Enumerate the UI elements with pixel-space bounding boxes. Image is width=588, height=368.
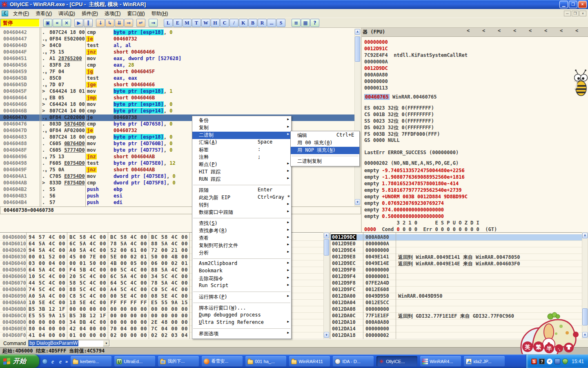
disasm-row[interactable]: 00460459.∨7F 04jgshort 0046045F [0, 69, 354, 75]
stack-row[interactable]: 0012D9E00000000A [330, 241, 582, 247]
menu-item-去除花指令[interactable]: 去除花指令▶ [192, 275, 291, 283]
disasm-row[interactable]: 00460451.A1 28765200moveax, dword ptr [5… [0, 56, 354, 62]
taskbar-task-folder-doc[interactable]: 我的下... [158, 356, 199, 366]
command-dropdown-button[interactable]: ▼ [103, 340, 109, 346]
collapse-chevron-icon[interactable]: < [575, 28, 578, 34]
appearance-options-button[interactable]: ▦ [301, 19, 310, 27]
child-close-button[interactable]: × [579, 11, 586, 16]
media-player-icon[interactable] [42, 359, 48, 364]
taskbar-task-folder[interactable]: 001 ha_... [245, 356, 286, 366]
stack-scrollbar[interactable]: ∧∨ [582, 232, 588, 339]
view-log-button[interactable]: L [164, 19, 173, 27]
taskbar-task-ultraedit[interactable]: UUltraEd... [114, 356, 155, 366]
taskbar-task-winrar[interactable]: WinRAR4... [420, 356, 461, 366]
view-memory-button[interactable]: M [183, 19, 192, 27]
view-breakpoints-button[interactable]: B [248, 19, 257, 27]
disasm-row[interactable]: 0046045B.85C0testeax, eax [0, 75, 354, 82]
submenu-item-编辑[interactable]: 编辑Ctrl+E [291, 132, 359, 139]
child-minimize-button[interactable]: ─ [564, 11, 571, 16]
network-icon[interactable] [555, 359, 560, 364]
menu-item-R[interactable]: 查找参考(R)▶ [192, 227, 291, 235]
stack-row[interactable]: 0012D9F000000000 [330, 267, 582, 274]
stack-row[interactable]: 0012D9FC0012E608 [330, 287, 582, 293]
collapse-chevron-icon[interactable]: < [482, 28, 485, 34]
taskbar-task-folder[interactable]: WinRAR411 [289, 356, 330, 366]
start-button[interactable]: 开始 [0, 355, 39, 368]
taskbar-task-image[interactable]: ida2.JP... [464, 356, 505, 366]
close-process-button[interactable]: × [62, 19, 71, 27]
help-button[interactable]: ? [310, 19, 319, 27]
collapse-chevron-icon[interactable]: < [529, 28, 532, 34]
disassembly-pane[interactable]: 00460442.807C24 18 00cmpbyte ptr [esp+18… [0, 28, 361, 206]
view-executables-button[interactable]: E [173, 19, 182, 27]
menu-item-Bookmark[interactable]: Bookmark▶ [192, 268, 291, 275]
menubar-item-H[interactable]: 帮助(H) [148, 10, 172, 17]
disasm-row[interactable]: 00460447.∨0F84 E502000je00460732 [0, 36, 354, 43]
menu-item-分析[interactable]: 分析▶ [192, 249, 291, 257]
ie-icon[interactable]: e [58, 359, 63, 364]
taskbar-task-ollyice[interactable]: ✳OllyICE... [376, 356, 417, 366]
step-into-button[interactable]: ↓ [96, 19, 105, 27]
stack-row[interactable]: 0012DA040012E5CC [330, 300, 582, 306]
scroll-thumb[interactable] [582, 308, 588, 325]
menu-item-U[interactable]: Ultra String Reference▶ [192, 319, 291, 327]
menubar-item-D[interactable]: 调试(D) [55, 10, 78, 17]
menu-item-复制到可执行文件[interactable]: 复制到可执行文件▶ [192, 242, 291, 249]
animate-over-button[interactable]: ⇒ [124, 19, 133, 27]
menu-item-查看[interactable]: 查看▶ [192, 235, 291, 242]
menu-item-跟随[interactable]: 跟随Enter [192, 187, 291, 194]
menu-item-P[interactable]: 运行脚本(P)▶ [192, 294, 291, 301]
view-run-trace-button[interactable]: ... [267, 19, 276, 27]
disasm-row[interactable]: 0046049F.∨75 0Ajnzshort 004604AB [0, 167, 354, 173]
sogou-s-icon[interactable]: S [531, 359, 537, 364]
pause-button[interactable]: ‖ [84, 19, 93, 27]
menu-item-标签[interactable]: 标签: [192, 146, 291, 154]
stack-row[interactable]: 0012D9F400000001 [330, 274, 582, 280]
disasm-row[interactable]: 0046044F.∨75 15jnzshort 00460466 [0, 49, 354, 56]
menu-item-Run Script[interactable]: Run Script▶ [192, 283, 291, 290]
disasm-row[interactable]: 00460464.∨EB 05jmpshort 0046046B [0, 95, 354, 101]
scroll-up-button[interactable]: ∧ [324, 233, 329, 238]
view-threads-button[interactable]: T [192, 19, 201, 27]
view-call-stack-button[interactable]: K [239, 19, 248, 27]
stack-row[interactable]: 0012D9E80049E141返回到 WinRAR.0049E141 来自 W… [330, 254, 582, 260]
menu-item-Asm2Clipboard[interactable]: Asm2Clipboard▶ [192, 260, 291, 268]
menu-item-复制[interactable]: 复制▶ [192, 124, 291, 132]
menu-item-A[interactable]: 汇编(A)Space [192, 139, 291, 146]
menu-item-转到[interactable]: 转到▶ [192, 202, 291, 209]
child-restore-button[interactable]: ❐ [572, 11, 579, 16]
scroll-up-button[interactable]: ∧ [355, 29, 360, 35]
ie-icon[interactable]: e [50, 359, 56, 364]
menu-item-二进制[interactable]: 二进制▶ [192, 132, 291, 139]
menu-item-注释[interactable]: 注释; [192, 154, 291, 161]
disasm-row[interactable]: 00460476.803D 58764D0cmpbyte ptr [4D7658… [0, 121, 354, 128]
breakpoint-options-button[interactable]: ≡ [292, 19, 301, 27]
mdi-child-icon[interactable]: C [2, 11, 8, 16]
restart-button[interactable]: « [53, 19, 62, 27]
disasm-row[interactable]: 0046045D.∨7D 07jgeshort 00460466 [0, 82, 354, 88]
disasm-row[interactable]: 0046046B>807C24 14 00cmpbyte ptr [esp+14… [0, 108, 354, 114]
menu-item-P[interactable]: 断点(P)▶ [192, 161, 291, 168]
scroll-thumb[interactable] [324, 239, 329, 256]
menu-item-备份[interactable]: 备份▶ [192, 117, 291, 124]
scroll-thumb[interactable] [355, 36, 360, 62]
restore-button[interactable]: ❐ [569, 1, 577, 8]
disasm-row[interactable]: 004604A1.C705 E8754D0movdword ptr [4D75E… [0, 173, 354, 180]
animate-into-button[interactable]: ⇊ [115, 19, 124, 27]
disasm-row[interactable]: 00460442.807C24 18 00cmpbyte ptr [esp+18… [0, 29, 354, 36]
scroll-down-button[interactable]: ∨ [324, 332, 329, 338]
disasm-row[interactable]: 004604AB>833D F8754D0cmpdword ptr [4D75F… [0, 180, 354, 186]
menu-item-此处为新 EIP[interactable]: 此处为新 EIPCtrl+Gray * [192, 194, 291, 202]
shield-icon[interactable] [562, 359, 568, 364]
menubar-item-V[interactable]: 查看(V) [32, 10, 55, 17]
view-source-button[interactable]: S [276, 19, 285, 27]
menu-item-HIT 跟踪[interactable]: HIT 跟踪▶ [192, 168, 291, 176]
disasm-row[interactable]: 00460466>C64424 18 00movbyte ptr [esp+18… [0, 101, 354, 108]
menu-item-RUN 跟踪[interactable]: RUN 跟踪▶ [192, 176, 291, 183]
view-cpu-button[interactable]: C [220, 19, 229, 27]
close-button[interactable]: × [578, 1, 587, 8]
menubar-item-P[interactable]: 插件(P) [78, 10, 101, 17]
help-q-icon[interactable]: ? [539, 359, 545, 364]
collapse-chevron-icon[interactable]: < [513, 28, 516, 34]
stack-row[interactable]: 0012D9E400000000 [330, 247, 582, 254]
